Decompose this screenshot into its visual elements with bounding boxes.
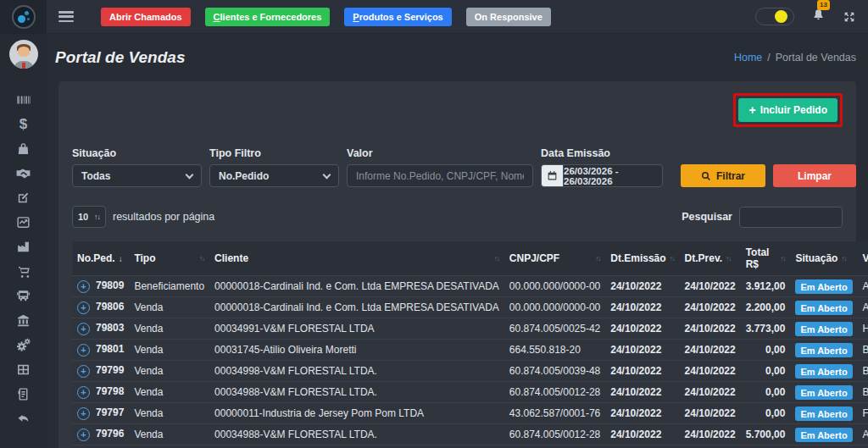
dt-prev-cell: 24/10/2022 — [680, 361, 741, 382]
table-row: +79796 Venda 00034988-V&M FLORESTAL LTDA… — [72, 424, 868, 445]
status-badge: Em Aberto — [795, 301, 852, 315]
expand-icon — [843, 10, 856, 24]
page-title: Portal de Vendas — [55, 48, 185, 67]
dt-emissao-cell: 24/10/2022 — [605, 297, 679, 318]
handshake-icon[interactable] — [0, 161, 47, 185]
dollar-icon[interactable]: $ — [0, 112, 47, 136]
list-controls: 10↑↓ resultados por página Pesquisar — [72, 206, 843, 228]
header-cnpj[interactable]: CNPJ/CPF↑↓ — [504, 241, 605, 276]
situacao-cell: Em Aberto — [790, 340, 857, 361]
theme-toggle[interactable] — [755, 8, 794, 25]
barcode-icon[interactable] — [0, 87, 47, 112]
tipo-cell: Venda — [129, 361, 209, 382]
bank-icon[interactable] — [0, 308, 47, 333]
expand-row-icon[interactable]: + — [77, 429, 90, 441]
dt-emissao-cell: 24/10/2022 — [605, 276, 679, 297]
expand-row-icon[interactable]: + — [77, 301, 90, 314]
gears-icon[interactable] — [0, 333, 47, 357]
industry-icon[interactable] — [0, 235, 47, 259]
pesquisar-input[interactable] — [739, 207, 843, 228]
menu-toggle-icon[interactable] — [58, 11, 74, 22]
breadcrumb-home-link[interactable]: Home — [734, 52, 762, 64]
expand-row-icon[interactable]: + — [77, 386, 90, 399]
situacao-select[interactable]: Todas — [72, 164, 202, 187]
on-responsive-button[interactable]: On Responsive — [466, 8, 551, 26]
expand-row-icon[interactable]: + — [77, 344, 90, 357]
header-total[interactable]: Total R$↑↓ — [741, 241, 791, 276]
header-vend-repres[interactable]: Vend/Repres↑↓ — [858, 241, 868, 276]
header-situacao[interactable]: Situação↑↓ — [790, 241, 857, 276]
situacao-cell: Em Aberto — [790, 424, 857, 445]
tipo-filtro-select[interactable]: No.Pedido — [209, 164, 339, 187]
orders-table: No.Ped.↓ Tipo↑↓ Cliente↑↓ CNPJ/CPF↑↓ Dt.… — [72, 241, 868, 448]
status-badge: Em Aberto — [795, 407, 852, 421]
cnpj-cell: 00.000.000/0000-00 — [504, 297, 605, 318]
situacao-cell: Em Aberto — [790, 445, 857, 448]
header-tipo[interactable]: Tipo↑↓ — [129, 241, 209, 276]
table-row: +79803 Venda 00034991-V&M FLORESTAL LTDA… — [72, 318, 868, 340]
data-emissao-picker[interactable]: 26/03/2026 - 26/03/2026 — [541, 164, 663, 187]
breadcrumb: Home / Portal de Vendas — [734, 52, 856, 64]
table-icon[interactable] — [0, 357, 47, 382]
dt-prev-cell: 21/10/2022 — [680, 445, 741, 448]
sort-icon: ↑↓ — [199, 255, 204, 263]
sidebar: $ — [0, 0, 47, 448]
vend-cell: Alex — [858, 276, 868, 297]
back-arrow-icon[interactable] — [0, 407, 47, 431]
dt-emissao-cell: 24/10/2022 — [605, 340, 679, 361]
chevron-down-icon — [186, 170, 194, 179]
header-cliente[interactable]: Cliente↑↓ — [209, 241, 504, 276]
top-navbar: Abrir Chamados Clientes e Fornecedores P… — [47, 0, 868, 34]
produtos-servicos-button[interactable]: Produtos e Serviços — [344, 8, 451, 26]
vend-cell: Beatriz — [858, 340, 868, 361]
abrir-chamados-button[interactable]: Abrir Chamados — [101, 8, 191, 26]
header-no-ped[interactable]: No.Ped.↓ — [72, 241, 129, 276]
chart-line-icon[interactable] — [0, 210, 47, 235]
expand-row-icon[interactable]: + — [77, 407, 90, 420]
total-cell: 0,00 — [741, 382, 791, 403]
notifications-button[interactable]: 13 — [811, 8, 826, 25]
expand-row-icon[interactable]: + — [77, 280, 90, 293]
header-dt-prev[interactable]: Dt.Prev.↑↓ — [680, 241, 741, 276]
incluir-pedido-button[interactable]: + Incluir Pedido — [738, 98, 837, 122]
total-cell: 3.912,00 — [741, 276, 791, 297]
orders-card: + Incluir Pedido Situação Todas Tipo Fil… — [58, 81, 856, 448]
breadcrumb-current: Portal de Vendas — [776, 52, 856, 64]
situacao-cell: Em Aberto — [790, 361, 857, 382]
calendar-icon[interactable] — [541, 164, 563, 187]
clientes-fornecedores-button[interactable]: Clientes e Fornecedores — [205, 8, 331, 26]
no-ped-cell: +79809 — [72, 276, 129, 297]
shopping-bag-icon[interactable] — [0, 136, 47, 161]
fullscreen-button[interactable] — [843, 10, 856, 24]
user-avatar[interactable] — [9, 40, 38, 69]
expand-row-icon[interactable]: + — [77, 323, 90, 335]
app-logo[interactable] — [0, 0, 47, 34]
situacao-cell: Em Aberto — [790, 276, 857, 297]
filtrar-button[interactable]: Filtrar — [681, 164, 765, 187]
tipo-cell: Venda — [129, 340, 209, 361]
file-invoice-icon[interactable] — [0, 382, 47, 407]
cliente-cell: 00034988-V&M FLORESTAL LTDA. — [209, 424, 504, 445]
sort-icon: ↑↓ — [494, 255, 499, 263]
header-dt-emissao[interactable]: Dt.Emissão↑↓ — [605, 241, 679, 276]
edit-icon[interactable] — [0, 185, 47, 210]
dt-emissao-cell: 24/10/2022 — [605, 318, 679, 340]
orders-tbody: +79809 Beneficiamento 00000018-Cardinali… — [72, 276, 868, 448]
page-size-select[interactable]: 10↑↓ — [72, 206, 106, 228]
status-badge: Em Aberto — [795, 322, 852, 336]
vend-cell: Heitor Augusto — [858, 318, 868, 340]
shopping-cart-icon[interactable] — [0, 259, 47, 284]
limpar-button[interactable]: Limpar — [773, 164, 856, 187]
bus-icon[interactable] — [0, 284, 47, 308]
expand-row-icon[interactable]: + — [77, 365, 90, 378]
status-badge: Em Aberto — [795, 364, 852, 379]
valor-label: Valor — [347, 147, 533, 159]
cliente-cell: 00000018-Cardinali Ind. e Com. Ltda EMPR… — [209, 445, 504, 448]
cnpj-cell: 60.874.005/0039-48 — [504, 361, 605, 382]
date-range-value[interactable]: 26/03/2026 - 26/03/2026 — [563, 164, 663, 187]
total-cell: 3.773,00 — [741, 318, 791, 340]
tipo-cell: Beneficiamento — [129, 276, 209, 297]
updown-icon: ↑↓ — [94, 213, 100, 221]
valor-input[interactable] — [347, 164, 533, 187]
situacao-cell: Em Aberto — [790, 382, 857, 403]
